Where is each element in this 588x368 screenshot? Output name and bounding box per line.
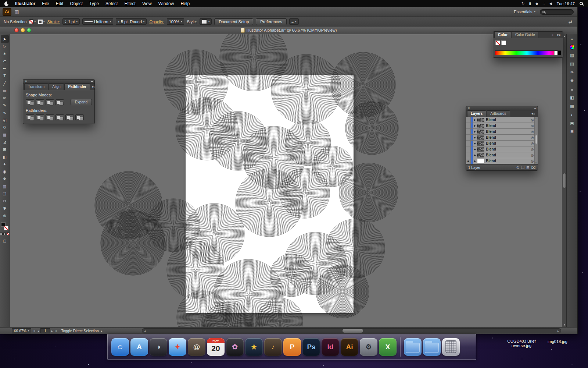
layer-name[interactable]: Blend [486,130,531,134]
blend-tool[interactable]: ◉ [1,168,9,175]
menu-help[interactable]: Help [177,1,193,6]
application-menu[interactable]: Illustrator [12,1,39,6]
folder-documents-dock-icon[interactable] [404,338,422,356]
scroll-up-icon[interactable]: ▲ [534,117,538,120]
menu-select[interactable]: Select [102,1,121,6]
search-field[interactable] [540,9,574,15]
menu-clock[interactable]: Tue 16:47 [557,1,575,6]
panel-close-icon[interactable]: ✕ [25,80,27,83]
target-icon[interactable]: ◎ [531,153,534,157]
disclosure-triangle[interactable]: ▶ [473,118,477,121]
lasso-tool[interactable]: ⊂ [1,57,9,65]
minimize-window-button[interactable] [21,28,25,32]
rotate-tool[interactable]: ↻ [1,124,9,131]
layer-name[interactable]: Blend [486,124,531,128]
document-setup-button[interactable]: Document Setup [214,18,253,25]
paintbrush-tool[interactable]: ✑ [1,94,9,102]
trim-icon[interactable] [36,114,44,120]
gradient-tool[interactable]: ◧ [1,153,9,160]
garageband-dock-icon[interactable]: ♪ [264,338,282,356]
fill-color-dropdown[interactable]: ▾ [29,20,36,24]
visibility-toggle[interactable] [466,141,471,146]
layer-name[interactable]: Blend [486,118,531,122]
sync-menu-icon[interactable]: ↻ [521,1,524,6]
rectangle-tool[interactable]: ▭ [1,87,9,94]
magic-wand-tool[interactable]: ✶ [1,50,9,57]
opacity-panel-link[interactable]: Opacity: [149,20,164,24]
menu-object[interactable]: Object [67,1,86,6]
scroll-left-arrow[interactable]: ◂ [143,329,147,333]
layer-name[interactable]: Blend [486,147,531,151]
selection-tool[interactable]: ➤ [1,35,9,43]
panel-collapse-icon[interactable]: » [550,32,555,38]
panel-collapse-icon[interactable]: ◂◂ [91,80,93,83]
color-button[interactable] [0,233,3,235]
appearance-panel-icon[interactable]: ◐ [569,112,576,117]
layer-name[interactable]: Blend [486,159,531,163]
layer-row[interactable]: ▶Blend◎ [466,152,538,158]
bluetooth-menu-icon[interactable]: ◆ [535,1,538,6]
mesh-tool[interactable]: ⊞ [1,146,9,153]
next-artboard-button[interactable]: ▸ [51,329,53,333]
stroke-panel-icon[interactable]: ≡ [569,86,576,92]
layer-name[interactable]: Blend [486,141,531,145]
layer-row[interactable]: ▶Blend◎ [466,135,538,141]
opacity-field[interactable]: 100% ▾ [167,18,184,25]
align-dropdown[interactable]: ≡ ▾ [289,18,299,25]
menu-edit[interactable]: Edit [53,1,67,6]
none-button[interactable] [7,233,9,235]
divide-icon[interactable] [26,114,34,120]
workspace-switcher[interactable]: Essentials ▾ [514,10,535,14]
none-color-swatch[interactable] [495,40,500,45]
visibility-toggle[interactable] [466,135,471,140]
document-titlebar[interactable]: Illustrator Alphabet.ai* @ 66.67% (CMYK/… [0,26,577,34]
powerpoint-dock-icon[interactable]: P [283,338,301,356]
fill-stroke-widget[interactable] [1,222,9,231]
panel-menu-icon[interactable]: ▾≡ [530,111,537,116]
panel-menu-icon[interactable]: ▾≡ [90,84,95,89]
color-panel-icon[interactable] [570,45,575,50]
tab-artboards[interactable]: Artboards [487,110,510,117]
target-icon[interactable]: ◎ [531,130,534,134]
scroll-down-icon[interactable]: ▼ [534,161,538,164]
vertical-scroll-thumb[interactable] [563,173,566,188]
transparency-panel-icon[interactable]: ▩ [569,103,576,109]
finder-dock-icon[interactable]: ☺ [111,338,129,356]
display-menu-icon[interactable]: ▮ [529,1,531,6]
artboard[interactable] [186,75,354,313]
slice-tool[interactable]: ✂ [1,197,9,205]
symbol-sprayer-tool[interactable]: ❖ [1,175,9,183]
layer-row[interactable]: ▶Blend◎ [466,117,538,123]
minus-back-icon[interactable] [75,114,84,120]
navigator-panel-icon[interactable]: ⊞ [569,129,576,134]
menu-effect[interactable]: Effect [121,1,139,6]
target-icon[interactable]: ◎ [531,136,534,139]
wifi-menu-icon[interactable]: ≈ [543,1,545,6]
tab-color-guide[interactable]: Color Guide [512,32,538,38]
variable-width-dropdown[interactable]: Uniform ▾ [82,18,113,25]
symbols-panel-icon[interactable]: ❖ [569,78,576,84]
canvas-pasteboard[interactable] [10,34,562,327]
spectrum-black-end[interactable] [557,51,561,55]
preferences-button[interactable]: Preferences [256,18,286,25]
layer-row[interactable]: ▶Blend◎ [466,123,538,129]
photoshop-dock-icon[interactable]: Ps [302,338,320,356]
expand-button[interactable]: Expand [71,99,92,105]
indesign-dock-icon[interactable]: Id [322,338,339,356]
imovie-dock-icon[interactable]: ★ [245,338,263,356]
minus-front-icon[interactable] [36,99,44,105]
layer-row[interactable]: ▶Blend◎ [466,146,538,152]
hand-tool[interactable]: ✱ [1,205,9,212]
perspective-grid-tool[interactable]: ⊿ [1,138,9,146]
layer-row[interactable]: ▶Blend◎ [466,129,538,135]
brush-definition-dropdown[interactable]: • 5 pt. Round ▾ [116,18,147,25]
panel-close-icon[interactable]: ✕ [468,107,470,110]
illustrator-dock-icon[interactable]: Ai [341,338,358,356]
artboard-tool[interactable]: ❏ [1,190,9,197]
delete-layer-icon[interactable]: ⌧ [531,166,535,170]
disclosure-triangle[interactable]: ▶ [473,130,477,133]
prev-artboard-button[interactable]: ◂ [37,329,39,333]
swatches-panel-icon[interactable]: ▤ [569,61,576,67]
spotlight-icon[interactable] [580,2,583,5]
visibility-toggle[interactable] [466,117,471,123]
